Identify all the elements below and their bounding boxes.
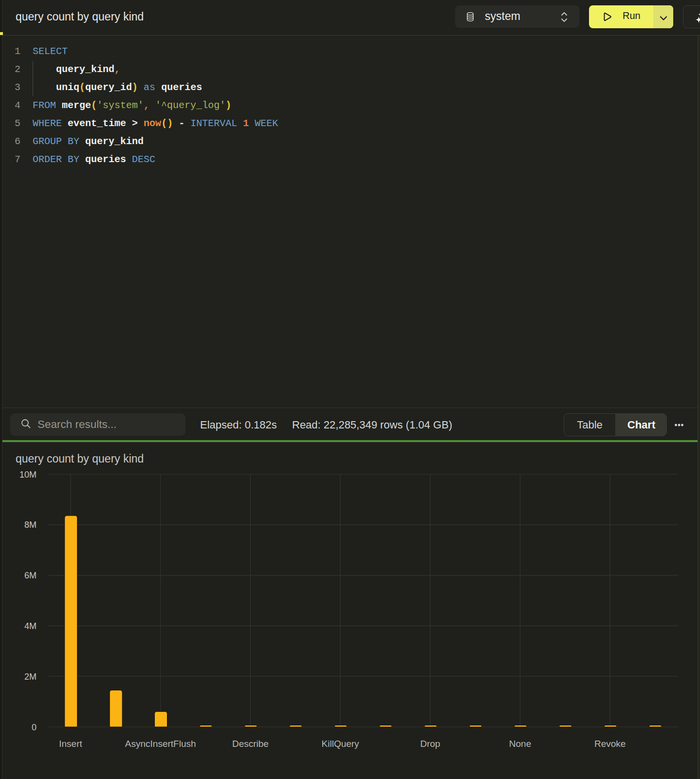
svg-text:AsyncInsertFlush: AsyncInsertFlush bbox=[125, 739, 196, 749]
svg-text:2M: 2M bbox=[24, 672, 37, 682]
svg-text:4M: 4M bbox=[24, 621, 37, 631]
svg-text:Drop: Drop bbox=[420, 739, 440, 749]
svg-text:10M: 10M bbox=[19, 470, 37, 480]
svg-text:8M: 8M bbox=[24, 520, 37, 530]
svg-text:Describe: Describe bbox=[232, 739, 269, 749]
svg-text:6M: 6M bbox=[24, 571, 37, 580]
svg-text:Revoke: Revoke bbox=[594, 739, 626, 749]
svg-text:0: 0 bbox=[32, 723, 37, 732]
svg-text:Insert: Insert bbox=[59, 739, 82, 749]
svg-text:None: None bbox=[509, 739, 531, 749]
svg-text:KillQuery: KillQuery bbox=[322, 739, 360, 749]
